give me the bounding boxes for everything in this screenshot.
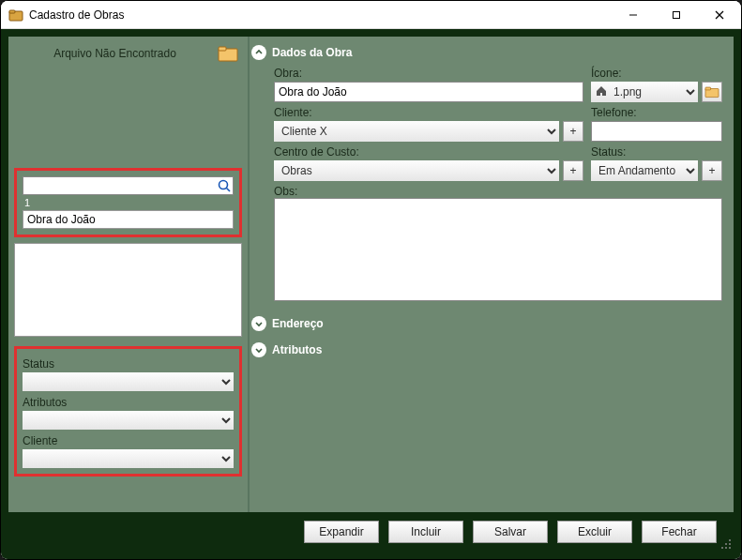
status-row: Em Andamento +: [591, 160, 722, 181]
svg-line-9: [227, 189, 231, 192]
fechar-button[interactable]: Fechar: [642, 521, 717, 543]
status-label: Status:: [591, 145, 722, 159]
expandir-button[interactable]: Expandir: [304, 521, 379, 543]
status-add-button[interactable]: +: [702, 160, 722, 181]
centro-select[interactable]: Obras: [274, 160, 559, 181]
telefone-input[interactable]: [591, 121, 722, 142]
search-input[interactable]: [23, 177, 216, 194]
icone-select[interactable]: 1.png: [591, 82, 698, 102]
status-select[interactable]: Em Andamento: [591, 160, 698, 181]
left-panel: Arquivo Não Encontrado 1 Obra do João St…: [8, 37, 248, 552]
section-atributos: Atributos: [250, 340, 728, 360]
cliente-select[interactable]: Cliente X: [274, 121, 559, 142]
obs-label: Obs:: [274, 185, 722, 198]
obra-input[interactable]: [274, 82, 583, 102]
image-header: Arquivo Não Encontrado: [14, 42, 242, 65]
right-panel: Dados da Obra Obra: Ícone: 1.png: [248, 37, 734, 552]
obs-block: Obs:: [274, 183, 722, 304]
window-title: Cadastro de Obras: [29, 8, 612, 22]
section-endereco-title: Endereço: [272, 317, 324, 330]
section-dados-header[interactable]: Dados da Obra: [250, 42, 728, 63]
search-row: [23, 176, 234, 195]
svg-rect-11: [705, 87, 711, 90]
svg-rect-7: [219, 47, 226, 51]
app-icon: [8, 8, 23, 23]
icone-label: Ícone:: [591, 67, 722, 80]
obra-label: Obra:: [274, 67, 583, 80]
cliente-add-button[interactable]: +: [563, 121, 583, 142]
svg-point-15: [721, 547, 723, 549]
telefone-label: Telefone:: [591, 106, 722, 119]
section-endereco-header[interactable]: Endereço: [250, 313, 728, 334]
chevron-down-icon: [251, 342, 266, 357]
svg-point-17: [729, 547, 731, 549]
filter-cliente-select[interactable]: [23, 449, 234, 468]
centro-label: Centro de Custo:: [274, 145, 583, 159]
section-atributos-header[interactable]: Atributos: [250, 340, 728, 360]
footer-toolbar: Expandir Incluir Salvar Excluir Fechar: [8, 512, 734, 552]
svg-point-12: [729, 539, 731, 541]
list-item[interactable]: Obra do João: [23, 210, 234, 229]
chevron-up-icon: [251, 45, 266, 60]
salvar-button[interactable]: Salvar: [473, 521, 548, 543]
result-count: 1: [24, 197, 234, 208]
icone-browse-button[interactable]: [702, 82, 722, 102]
minimize-button[interactable]: [612, 1, 655, 29]
chevron-down-icon: [251, 316, 266, 331]
section-dados: Dados da Obra Obra: Ícone: 1.png: [250, 42, 728, 308]
incluir-button[interactable]: Incluir: [388, 521, 463, 543]
client-area: Arquivo Não Encontrado 1 Obra do João St…: [1, 29, 741, 559]
section-dados-body: Obra: Ícone: 1.png Cliente: Telefone:: [250, 63, 728, 308]
results-list[interactable]: [14, 243, 242, 337]
centro-add-button[interactable]: +: [563, 160, 583, 181]
titlebar: Cadastro de Obras: [1, 1, 741, 29]
excluir-button[interactable]: Excluir: [557, 521, 632, 543]
centro-row: Obras +: [274, 160, 583, 181]
filter-atributos-label: Atributos: [23, 396, 234, 409]
section-dados-title: Dados da Obra: [272, 46, 352, 59]
section-atributos-title: Atributos: [272, 343, 322, 356]
filter-cliente-label: Cliente: [23, 434, 234, 447]
svg-point-16: [725, 547, 727, 549]
svg-point-8: [220, 181, 228, 189]
icone-row: 1.png: [591, 82, 722, 102]
inner-panel: Arquivo Não Encontrado 1 Obra do João St…: [8, 37, 734, 552]
section-endereco: Endereço: [250, 313, 728, 334]
close-button[interactable]: [698, 1, 741, 29]
svg-point-14: [729, 543, 731, 545]
search-icon[interactable]: [216, 177, 233, 194]
cliente-row: Cliente X +: [274, 121, 583, 142]
file-not-found-label: Arquivo Não Encontrado: [18, 47, 212, 60]
open-folder-icon[interactable]: [218, 44, 238, 63]
app-window: Cadastro de Obras Arquivo Não Encontrado…: [0, 0, 742, 560]
cliente-label: Cliente:: [274, 106, 583, 119]
maximize-button[interactable]: [655, 1, 698, 29]
filter-atributos-select[interactable]: [23, 411, 234, 430]
filter-status-label: Status: [23, 357, 234, 371]
svg-rect-3: [674, 11, 680, 18]
obs-textarea[interactable]: [274, 198, 722, 301]
filter-status-select[interactable]: [23, 372, 234, 391]
filters-highlight-box: Status Atributos Cliente: [14, 346, 242, 477]
search-highlight-box: 1 Obra do João: [14, 168, 242, 237]
svg-rect-1: [9, 10, 15, 13]
svg-point-13: [725, 543, 727, 545]
resize-grip-icon[interactable]: [719, 537, 732, 550]
